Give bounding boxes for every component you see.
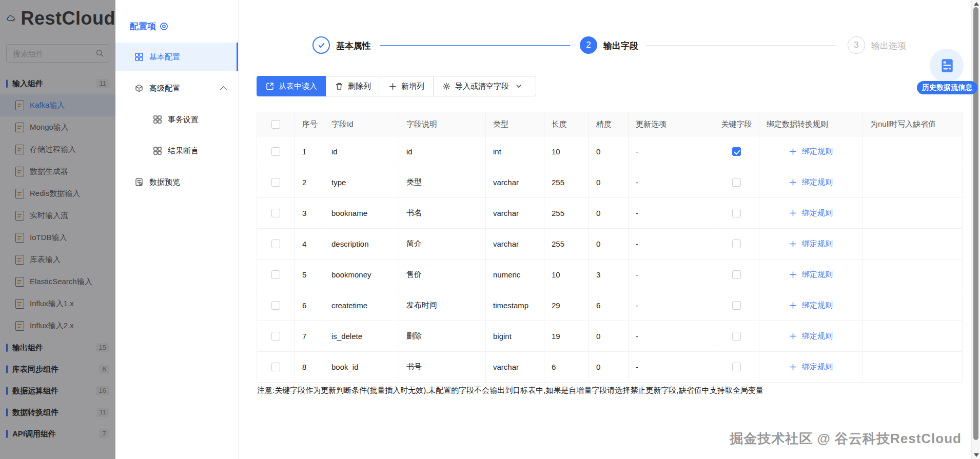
menu-item-result-assertion[interactable]: 结果断言 (115, 136, 238, 165)
row-checkbox[interactable] (271, 240, 280, 248)
grid-icon (153, 115, 162, 124)
cell-field-desc: id (399, 136, 486, 167)
row-checkbox[interactable] (271, 332, 280, 341)
step-connector-pending (646, 45, 836, 46)
cell-null-default (863, 321, 962, 351)
cell-null-default (863, 136, 962, 167)
cell-seq: 4 (295, 229, 324, 259)
scrollbar-thumb[interactable] (973, 7, 978, 440)
bind-rule-link[interactable]: 绑定规则 (789, 239, 833, 249)
cell-seq: 5 (295, 260, 324, 290)
add-column-button[interactable]: 新增列 (380, 76, 434, 96)
bind-rule-link[interactable]: 绑定规则 (789, 301, 833, 310)
menu-item-basic-config[interactable]: 基本配置 (115, 43, 238, 71)
cell-seq: 8 (295, 352, 324, 382)
delete-column-button[interactable]: 删除列 (326, 76, 380, 96)
dataflow-doc-icon (938, 57, 955, 74)
cell-seq: 2 (295, 167, 324, 197)
table-row: 8 book_id 书号 varchar 6 0 - 绑定规则 (257, 352, 962, 383)
cell-length: 255 (544, 198, 589, 228)
key-field-checkbox[interactable] (732, 178, 741, 187)
cell-update-option: - (629, 229, 714, 259)
cell-precision: 6 (589, 290, 629, 321)
config-menu-title: 配置项 (130, 21, 156, 32)
bind-rule-link[interactable]: 绑定规则 (789, 362, 833, 372)
bind-rule-link[interactable]: 绑定规则 (789, 331, 833, 341)
row-checkbox[interactable] (271, 301, 280, 310)
cell-precision: 0 (589, 321, 629, 351)
row-checkbox[interactable] (271, 147, 280, 156)
cell-field-desc: 类型 (399, 167, 486, 197)
target-icon (160, 22, 168, 31)
key-field-checkbox[interactable] (732, 240, 741, 248)
key-field-checkbox[interactable] (732, 270, 741, 279)
row-checkbox[interactable] (271, 209, 280, 217)
plus-icon (789, 178, 797, 186)
plus-icon (389, 83, 397, 90)
modal-dim-overlay (0, 0, 115, 459)
cell-field-desc: 书号 (399, 352, 486, 382)
menu-item-transaction-settings[interactable]: 事务设置 (115, 105, 238, 134)
cell-field-id: createtime (324, 290, 399, 321)
cell-update-option: - (629, 321, 714, 351)
gear-icon (442, 82, 450, 90)
config-menu-header: 配置项 (115, 0, 238, 32)
menu-item-data-preview[interactable]: 数据预览 (115, 168, 238, 196)
grid-icon (153, 147, 162, 155)
bind-rule-link[interactable]: 绑定规则 (789, 147, 833, 156)
table-header-row: 序号 字段Id 字段说明 类型 长度 精度 更新选项 关键字段 绑定数据转换规则… (257, 112, 962, 136)
bind-rule-link[interactable]: 绑定规则 (789, 208, 833, 218)
collapse-chevron-up-icon[interactable] (220, 86, 227, 93)
table-row: 1 id id int 10 0 - 绑定规则 (257, 136, 962, 167)
cell-null-default (863, 260, 962, 290)
bind-rule-link[interactable]: 绑定规则 (789, 270, 833, 280)
check-icon (317, 41, 326, 50)
cell-field-desc: 书名 (399, 198, 486, 228)
history-dataflow-badge[interactable]: 历史数据流信息 (917, 81, 977, 94)
cell-seq: 1 (295, 136, 324, 167)
row-checkbox[interactable] (271, 270, 280, 279)
import-or-clear-fields-button[interactable]: 导入或清空字段 (433, 76, 536, 96)
menu-item-advanced-config[interactable]: 高级配置 (115, 74, 238, 103)
footer-note: 注意:关键字段作为更新判断条件(批量插入时无效),未配置的字段不会输出到目标表中… (257, 386, 763, 395)
key-field-checkbox[interactable] (732, 209, 741, 217)
cell-precision: 0 (589, 167, 629, 197)
cell-length: 10 (544, 136, 589, 167)
select-all-checkbox[interactable] (271, 120, 280, 129)
key-field-checkbox[interactable] (732, 301, 741, 310)
cell-null-default (863, 352, 962, 382)
vertical-scrollbar[interactable] (971, 0, 980, 459)
scrollbar-down-arrow[interactable] (974, 453, 979, 457)
config-menu: 配置项 基本配置 高级配置 事务设置 结果断言 数据 (115, 0, 239, 459)
cell-type: varchar (486, 167, 544, 197)
field-toolbar: 从表中读入 删除列 新增列 导入或清空字段 (257, 76, 536, 96)
table-row: 2 type 类型 varchar 255 0 - 绑定规则 (257, 167, 962, 198)
row-checkbox[interactable] (271, 178, 280, 187)
key-field-checkbox[interactable] (732, 332, 741, 341)
plus-icon (789, 332, 797, 340)
cell-field-id: description (324, 229, 399, 259)
read-from-table-button[interactable]: 从表中读入 (257, 76, 326, 96)
table-row: 4 description 简介 varchar 255 0 - 绑定规则 (257, 229, 962, 260)
cell-field-desc: 删除 (399, 321, 486, 351)
cell-update-option: - (629, 260, 714, 290)
col-null-default: 为null时写入缺省值 (863, 112, 962, 136)
key-field-checkbox[interactable] (732, 147, 741, 156)
key-field-checkbox[interactable] (732, 363, 741, 371)
cell-seq: 3 (295, 198, 324, 228)
plus-icon (789, 302, 797, 309)
cell-update-option: - (629, 352, 714, 382)
col-precision: 精度 (589, 112, 629, 136)
table-row: 5 bookmoney 售价 numeric 10 3 - 绑定规则 (257, 260, 962, 290)
cell-field-id: bookmoney (324, 260, 399, 290)
cell-type: varchar (486, 198, 544, 228)
row-checkbox[interactable] (271, 363, 280, 371)
chevron-down-icon (515, 83, 522, 90)
history-dataflow-button[interactable] (930, 49, 964, 83)
col-bind-rule: 绑定数据转换规则 (759, 112, 863, 136)
cell-null-default (863, 290, 962, 321)
plus-icon (789, 271, 797, 278)
scrollbar-up-arrow[interactable] (974, 2, 979, 6)
bind-rule-link[interactable]: 绑定规则 (789, 177, 833, 187)
table-row: 6 createtime 发布时间 timestamp 29 6 - 绑定规则 (257, 290, 962, 321)
